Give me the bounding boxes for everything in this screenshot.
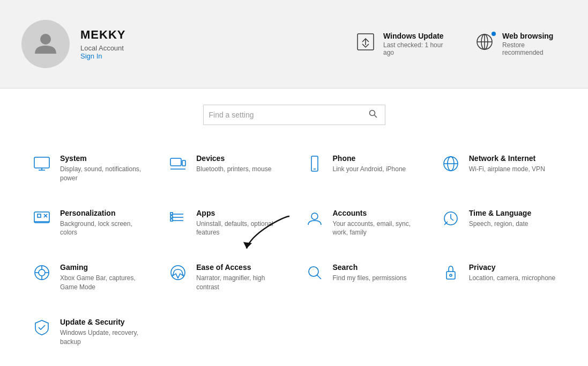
apps-text: AppsUninstall, defaults, optional featur… <box>196 209 283 238</box>
avatar[interactable] <box>21 20 70 68</box>
system-title: System <box>60 154 147 163</box>
user-account-type: Local Account <box>80 44 125 52</box>
update-security-description: Windows Update, recovery, backup <box>60 328 147 347</box>
windows-update-icon <box>355 32 377 53</box>
ease-of-access-text: Ease of AccessNarrator, magnifier, high … <box>196 263 283 292</box>
header: MEKKY Local Account Sign In Windows Upda… <box>0 0 588 89</box>
system-description: Display, sound, notifications, power <box>60 165 147 183</box>
phone-title: Phone <box>333 154 406 163</box>
svg-point-6 <box>369 111 375 116</box>
svg-line-31 <box>451 218 453 221</box>
svg-rect-25 <box>170 213 173 215</box>
gaming-title: Gaming <box>60 263 147 272</box>
svg-line-41 <box>317 275 321 279</box>
search-text: SearchFind my files, permissions <box>333 263 407 283</box>
system-icon <box>32 154 51 173</box>
personalization-text: PersonalizationBackground, lock screen, … <box>60 209 147 238</box>
accounts-description: Your accounts, email, sync, work, family <box>333 219 420 238</box>
svg-rect-42 <box>446 272 455 279</box>
web-browsing-action[interactable]: Web browsing Restore recommended <box>474 32 567 56</box>
windows-update-action[interactable]: Windows Update Last checked: 1 hour ago <box>355 32 448 56</box>
svg-rect-21 <box>38 214 41 217</box>
network-text: Network & InternetWi-Fi, airplane mode, … <box>469 154 545 174</box>
system-text: SystemDisplay, sound, notifications, pow… <box>60 154 147 183</box>
web-browsing-title: Web browsing <box>502 32 567 40</box>
update-security-text: Update & SecurityWindows Update, recover… <box>60 318 147 347</box>
personalization-title: Personalization <box>60 209 147 217</box>
phone-description: Link your Android, iPhone <box>333 165 406 174</box>
search-input[interactable] <box>209 111 367 119</box>
ease-of-access-description: Narrator, magnifier, high contrast <box>196 274 283 292</box>
phone-icon <box>305 154 324 173</box>
windows-update-title: Windows Update <box>383 32 448 40</box>
apps-title: Apps <box>196 209 283 217</box>
header-actions: Windows Update Last checked: 1 hour ago … <box>355 32 567 56</box>
settings-item-personalization[interactable]: PersonalizationBackground, lock screen, … <box>21 196 158 251</box>
search-icon <box>369 109 377 118</box>
search-description: Find my files, permissions <box>333 274 407 283</box>
notification-dot <box>490 31 497 37</box>
apps-icon <box>168 209 188 228</box>
settings-item-gaming[interactable]: GamingXbox Game Bar, captures, Game Mode <box>21 250 158 305</box>
search-section <box>0 89 588 136</box>
accounts-icon <box>305 209 324 228</box>
web-browsing-icon <box>474 32 496 53</box>
settings-item-network[interactable]: Network & InternetWi-Fi, airplane mode, … <box>430 141 567 196</box>
devices-description: Bluetooth, printers, mouse <box>196 165 271 174</box>
windows-update-text: Windows Update Last checked: 1 hour ago <box>383 32 448 56</box>
phone-text: PhoneLink your Android, iPhone <box>333 154 406 174</box>
search-icon <box>305 263 324 282</box>
user-signin-link[interactable]: Sign In <box>80 52 125 60</box>
svg-point-34 <box>39 269 45 276</box>
gaming-description: Xbox Game Bar, captures, Game Mode <box>60 274 147 292</box>
svg-rect-8 <box>34 157 49 168</box>
settings-item-update-security[interactable]: Update & SecurityWindows Update, recover… <box>21 305 158 360</box>
svg-rect-11 <box>170 158 181 166</box>
gaming-icon <box>32 263 51 282</box>
user-name: MEKKY <box>80 28 125 42</box>
web-browsing-subtitle: Restore recommended <box>502 41 567 56</box>
settings-item-apps[interactable]: AppsUninstall, defaults, optional featur… <box>158 196 294 251</box>
network-icon <box>441 154 460 173</box>
svg-point-43 <box>450 274 452 276</box>
privacy-text: PrivacyLocation, camera, microphone <box>469 263 555 283</box>
settings-item-ease-of-access[interactable]: Ease of AccessNarrator, magnifier, high … <box>158 250 294 305</box>
svg-rect-26 <box>170 216 173 218</box>
settings-item-phone[interactable]: PhoneLink your Android, iPhone <box>294 141 430 196</box>
time-language-description: Speech, region, date <box>469 219 531 229</box>
windows-update-subtitle: Last checked: 1 hour ago <box>383 41 448 56</box>
settings-grid-wrapper: SystemDisplay, sound, notifications, pow… <box>21 141 567 359</box>
svg-rect-27 <box>170 219 173 221</box>
settings-item-search[interactable]: SearchFind my files, permissions <box>294 250 430 305</box>
settings-item-accounts[interactable]: AccountsYour accounts, email, sync, work… <box>294 196 430 251</box>
user-avatar-icon <box>32 30 59 56</box>
update-security-icon <box>32 318 51 337</box>
svg-line-7 <box>374 115 377 118</box>
settings-item-time-language[interactable]: Time & LanguageSpeech, region, date <box>430 196 567 251</box>
ease-of-access-title: Ease of Access <box>196 263 283 272</box>
search-title: Search <box>333 263 407 272</box>
privacy-icon <box>441 263 460 282</box>
devices-text: DevicesBluetooth, printers, mouse <box>196 154 271 174</box>
settings-grid: SystemDisplay, sound, notifications, pow… <box>21 141 567 359</box>
settings-item-system[interactable]: SystemDisplay, sound, notifications, pow… <box>21 141 158 196</box>
settings-item-privacy[interactable]: PrivacyLocation, camera, microphone <box>430 250 567 305</box>
time-language-text: Time & LanguageSpeech, region, date <box>469 209 531 229</box>
time-language-icon <box>441 209 460 228</box>
search-box <box>203 105 385 125</box>
svg-point-28 <box>311 213 318 219</box>
privacy-title: Privacy <box>469 263 555 272</box>
user-info: MEKKY Local Account Sign In <box>80 28 125 60</box>
svg-point-0 <box>40 34 51 45</box>
apps-description: Uninstall, defaults, optional features <box>196 219 283 238</box>
gaming-text: GamingXbox Game Bar, captures, Game Mode <box>60 263 147 292</box>
settings-item-devices[interactable]: DevicesBluetooth, printers, mouse <box>158 141 294 196</box>
devices-title: Devices <box>196 154 271 163</box>
search-button[interactable] <box>367 109 379 120</box>
svg-rect-12 <box>182 160 185 166</box>
devices-icon <box>168 154 188 173</box>
main-content: SystemDisplay, sound, notifications, pow… <box>0 136 588 366</box>
accounts-text: AccountsYour accounts, email, sync, work… <box>333 209 420 238</box>
time-language-title: Time & Language <box>469 209 531 217</box>
ease-of-access-icon <box>168 263 188 282</box>
